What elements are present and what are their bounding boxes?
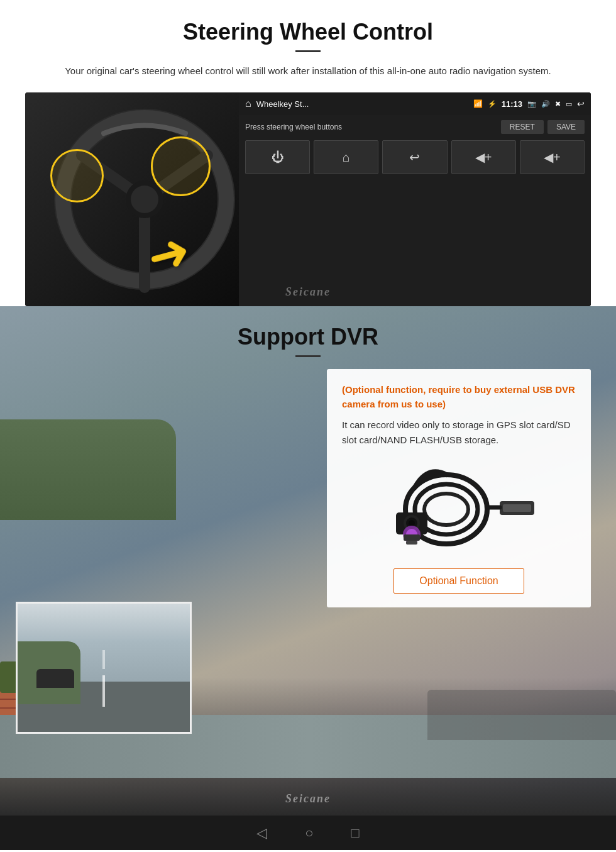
road-line-2	[102, 650, 105, 669]
dvr-divider	[295, 355, 321, 357]
app-name: Wheelkey St...	[256, 99, 468, 109]
scene-foliage	[0, 419, 176, 520]
steering-desc: Your original car's steering wheel contr…	[63, 64, 553, 79]
wheelkey-content: Press steering wheel buttons RESET SAVE …	[239, 115, 591, 306]
wheelkey-header: Press steering wheel buttons RESET SAVE	[245, 120, 585, 134]
dvr-title-area: Support DVR	[0, 306, 616, 357]
steering-divider	[295, 50, 321, 52]
callout-circle-left	[50, 149, 104, 202]
screen-icon: ▭	[566, 100, 572, 108]
dvr-info-card: (Optional function, require to buy exter…	[327, 369, 591, 607]
x-icon: ✖	[555, 100, 561, 108]
dvr-inset-screenshot	[16, 602, 192, 734]
save-button[interactable]: SAVE	[547, 120, 585, 134]
dvr-camera-svg	[377, 462, 541, 556]
callout-circle-right	[151, 136, 211, 196]
usb-icon: ⚡	[488, 100, 497, 108]
dvr-product-image	[342, 459, 576, 560]
wk-cell-back: ↩	[382, 140, 447, 174]
dvr-title: Support DVR	[0, 324, 616, 350]
inset-car	[36, 669, 74, 688]
optional-function-button[interactable]: Optional Function	[393, 568, 524, 594]
seicane-watermark-1: Seicane	[25, 285, 591, 299]
wk-cell-home: ⌂	[314, 140, 378, 174]
press-label: Press steering wheel buttons	[245, 123, 342, 131]
dvr-description: It can record video only to storage in G…	[342, 418, 576, 448]
nav-recents-icon[interactable]: □	[351, 825, 360, 841]
wk-cell-power: ⏻	[245, 140, 310, 174]
volume-icon: 🔊	[541, 100, 550, 108]
scene-cars	[427, 690, 616, 740]
android-unit-ui: ⌂ Wheelkey St... 📶 ⚡ 11:13 📷 🔊 ✖ ▭ ↩ Pre…	[239, 92, 591, 306]
camera-icon: 📷	[527, 100, 536, 108]
steering-section: Steering Wheel Control Your original car…	[0, 0, 616, 306]
wk-cell-vol-up: ◀+	[451, 140, 516, 174]
optional-notice: (Optional function, require to buy exter…	[342, 383, 576, 411]
signal-icon: 📶	[473, 99, 483, 108]
wheelkey-btn-group: RESET SAVE	[501, 120, 585, 134]
seicane-watermark-2: Seicane	[285, 792, 331, 805]
reset-button[interactable]: RESET	[501, 120, 544, 134]
svg-point-15	[409, 520, 415, 526]
svg-rect-11	[503, 504, 531, 512]
home-icon: ⌂	[245, 98, 251, 109]
dvr-section: Support DVR (Optional function, require …	[0, 306, 616, 816]
svg-point-9	[424, 494, 468, 525]
wk-cell-vol-up2: ◀+	[520, 140, 585, 174]
back-icon: ↩	[577, 99, 585, 109]
nav-back-icon[interactable]: ◁	[256, 825, 267, 841]
steering-wheel-area: ➜	[25, 92, 264, 306]
steering-title: Steering Wheel Control	[25, 19, 591, 45]
wk-buttons-grid: ⏻ ⌂ ↩ ◀+ ◀+	[245, 140, 585, 174]
bottom-bar: ◁ ○ □	[0, 816, 616, 850]
svg-rect-19	[406, 541, 417, 545]
android-topbar: ⌂ Wheelkey St... 📶 ⚡ 11:13 📷 🔊 ✖ ▭ ↩	[239, 92, 591, 115]
steering-image-container: ➜ ⌂ Wheelkey St... 📶 ⚡ 11:13 📷 🔊 ✖ ▭ ↩ P…	[25, 92, 591, 306]
svg-point-6	[131, 185, 158, 213]
svg-rect-18	[404, 534, 420, 541]
nav-home-icon[interactable]: ○	[305, 825, 313, 841]
road-line-1	[102, 675, 105, 707]
time-display: 11:13	[502, 99, 522, 109]
dvr-inset-inner	[18, 604, 190, 732]
